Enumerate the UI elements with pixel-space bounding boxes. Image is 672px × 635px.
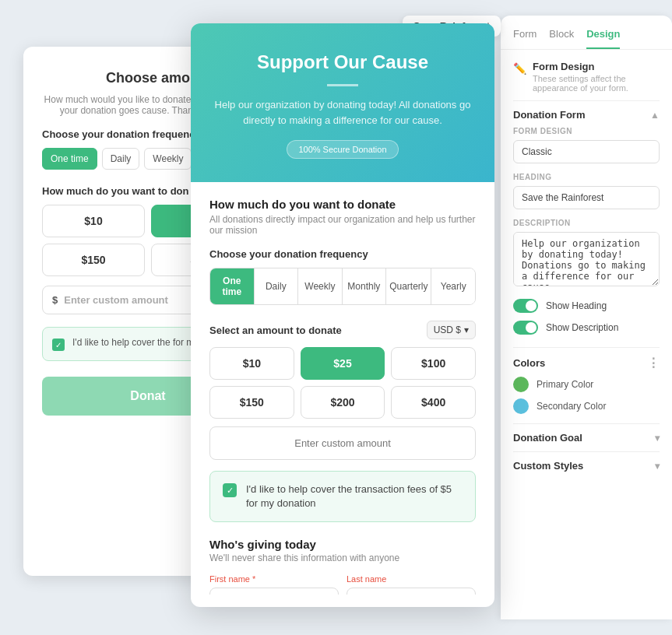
first-name-input[interactable]: [209, 588, 339, 595]
donation-title: How much do you want to donate: [209, 198, 476, 211]
bg-custom-prefix: $: [52, 294, 58, 306]
show-description-toggle[interactable]: [513, 321, 538, 335]
show-heading-label: Show Heading: [546, 300, 607, 311]
bg-amount-150[interactable]: $150: [42, 244, 145, 276]
donation-goal-header[interactable]: Donation Goal ▾: [513, 432, 660, 444]
amount-200[interactable]: $200: [301, 386, 385, 419]
show-heading-row: Show Heading: [513, 299, 660, 313]
colors-header: Colors ⋮: [513, 347, 660, 377]
transaction-box: ✓ I'd like to help cover the transaction…: [209, 471, 476, 522]
currency-select[interactable]: USD $ ▾: [427, 321, 476, 339]
custom-amount-input[interactable]: [209, 426, 476, 460]
show-description-label: Show Description: [546, 322, 618, 333]
bg-custom-placeholder: Enter custom amount: [64, 294, 168, 306]
freq-yearly[interactable]: Yearly: [431, 268, 475, 304]
panel-content: ✏️ Form Design These settings affect the…: [501, 50, 672, 615]
donation-form-chevron-icon: ▲: [650, 110, 660, 121]
primary-color-dot[interactable]: [513, 377, 529, 392]
first-name-label: First name *: [209, 574, 339, 584]
modal-header: Support Our Cause Help our organization …: [191, 23, 494, 182]
transaction-text: I'd like to help cover the transaction f…: [246, 482, 463, 510]
pencil-icon: ✏️: [513, 62, 526, 75]
donation-form-section: Donation Form ▲ FORM DESIGN Classic HEAD…: [513, 100, 660, 335]
name-form-row: First name * Last name: [209, 574, 476, 595]
form-design-label: FORM DESIGN: [513, 127, 660, 135]
amount-25[interactable]: $25: [301, 347, 385, 380]
freq-quarterly[interactable]: Quarterly: [386, 268, 431, 304]
tab-design[interactable]: Design: [586, 28, 620, 49]
tab-block[interactable]: Block: [549, 28, 574, 49]
heading-label: HEADING: [513, 173, 660, 181]
amount-100[interactable]: $100: [391, 347, 476, 380]
giving-sub: We'll never share this information with …: [209, 553, 476, 563]
custom-styles-section: Custom Styles ▾: [513, 451, 660, 479]
modal-title: Support Our Cause: [214, 51, 471, 73]
transaction-checkbox[interactable]: ✓: [223, 483, 237, 497]
heading-input[interactable]: [513, 186, 660, 209]
currency-chevron-icon: ▾: [464, 325, 469, 335]
show-heading-toggle[interactable]: [513, 299, 538, 313]
panel-tabs: Form Block Design: [501, 16, 672, 50]
amount-grid: $10 $25 $100 $150 $200 $400: [209, 347, 476, 419]
header-underline: [327, 84, 358, 86]
last-name-input[interactable]: [347, 588, 476, 595]
donation-goal-label: Donation Goal: [513, 432, 582, 444]
form-design-title: Form Design: [533, 61, 660, 72]
donation-goal-chevron-icon: ▾: [655, 433, 660, 444]
colors-dots-icon: ⋮: [647, 356, 660, 370]
bg-freq-onetime[interactable]: One time: [42, 148, 97, 170]
custom-styles-chevron-icon: ▾: [655, 461, 660, 472]
main-modal: Support Our Cause Help our organization …: [191, 23, 494, 607]
colors-section: Colors ⋮ Primary Color Secondary Color: [513, 347, 660, 414]
amount-400[interactable]: $400: [391, 386, 476, 419]
modal-header-desc: Help our organization by donating today!…: [214, 97, 471, 128]
donation-goal-section: Donation Goal ▾: [513, 423, 660, 451]
donation-sub: All donations directly impact our organi…: [209, 214, 476, 236]
show-description-row: Show Description: [513, 321, 660, 335]
secondary-color-dot[interactable]: [513, 398, 529, 414]
secure-badge: 100% Secure Donation: [287, 140, 398, 159]
last-name-field: Last name: [347, 574, 476, 595]
donation-form-header[interactable]: Donation Form ▲: [513, 100, 660, 127]
form-design-desc: These settings affect the appearance of …: [533, 74, 660, 93]
amount-10[interactable]: $10: [209, 347, 294, 380]
secondary-color-row: Secondary Color: [513, 398, 660, 414]
frequency-row: One time Daily Weekly Monthly Quarterly …: [209, 268, 476, 305]
description-textarea[interactable]: Help our organization by donating today!…: [513, 232, 660, 286]
colors-label: Colors: [513, 357, 545, 369]
first-name-required: *: [252, 574, 255, 584]
freq-header-row: Choose your donation frequency: [209, 248, 476, 260]
freq-daily[interactable]: Daily: [255, 268, 299, 304]
giving-title: Who's giving today: [209, 538, 476, 551]
amount-150[interactable]: $150: [209, 386, 294, 419]
primary-color-label: Primary Color: [537, 379, 593, 390]
first-name-field: First name *: [209, 574, 339, 595]
freq-section-label: Choose your donation frequency: [209, 248, 368, 260]
bg-freq-weekly[interactable]: Weekly: [144, 148, 192, 170]
modal-body: How much do you want to donate All donat…: [191, 182, 494, 595]
freq-weekly[interactable]: Weekly: [298, 268, 343, 304]
freq-monthly[interactable]: Monthly: [343, 268, 387, 304]
form-design-header: ✏️ Form Design These settings affect the…: [513, 61, 660, 93]
amount-header-row: Select an amount to donate USD $ ▾: [209, 321, 476, 339]
bg-amount-10[interactable]: $10: [42, 205, 145, 237]
right-panel: Form Block Design ✏️ Form Design These s…: [501, 16, 672, 619]
secondary-color-label: Secondary Color: [537, 401, 606, 412]
custom-styles-label: Custom Styles: [513, 460, 583, 472]
last-name-label: Last name: [347, 574, 476, 584]
bg-checkbox-icon[interactable]: ✓: [52, 339, 65, 351]
primary-color-row: Primary Color: [513, 377, 660, 392]
tab-form[interactable]: Form: [513, 28, 537, 49]
form-design-info: Form Design These settings affect the ap…: [533, 61, 660, 93]
bg-freq-daily[interactable]: Daily: [102, 148, 140, 170]
freq-onetime[interactable]: One time: [210, 268, 255, 304]
currency-label: USD $: [434, 325, 461, 335]
description-label: DESCRIPTION: [513, 219, 660, 227]
custom-styles-header[interactable]: Custom Styles ▾: [513, 460, 660, 472]
amount-section-label: Select an amount to donate: [209, 325, 342, 336]
donation-form-label: Donation Form: [513, 109, 585, 121]
form-design-select[interactable]: Classic: [513, 140, 660, 163]
